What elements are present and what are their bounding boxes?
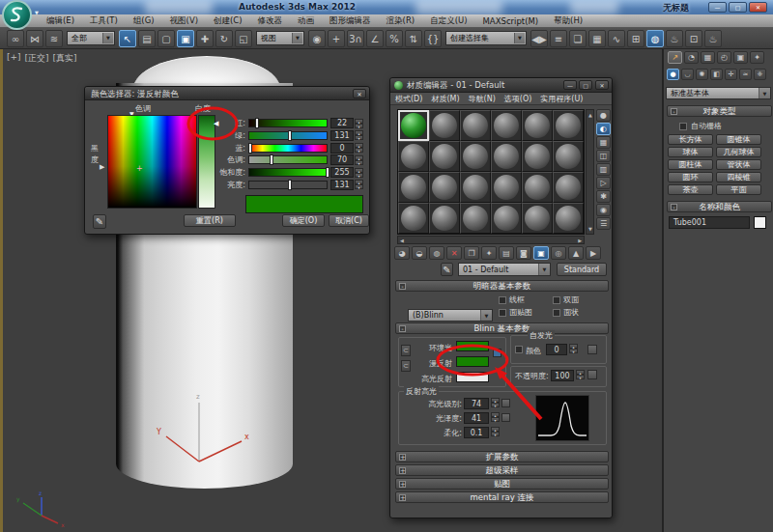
maximize-button[interactable]: ▢ [729, 2, 747, 13]
app-menu-arrow-icon[interactable]: ▼ [35, 10, 39, 15]
diffuse-specular-lock-button[interactable]: ⊂ [401, 360, 411, 372]
select-by-name-icon[interactable]: ▤ [138, 30, 156, 47]
sample-slot[interactable] [429, 110, 460, 141]
menu-item[interactable]: 图形编辑器 [322, 15, 379, 27]
schematic-view-icon[interactable]: ⊞ [627, 30, 644, 47]
collapsed-rollout-header[interactable]: +mental ray 连接 [395, 491, 609, 503]
render-production-icon[interactable]: ♨ [704, 30, 722, 47]
shader-basic-params-rollout-header[interactable]: -明暗器基本参数 [395, 280, 609, 292]
opacity-map-button[interactable] [587, 370, 597, 379]
color-selector-titlebar[interactable]: 颜色选择器: 漫反射颜色 ✕ [85, 87, 369, 100]
subtab-shapes-icon[interactable]: ◡ [681, 69, 694, 80]
object-color-swatch[interactable] [754, 216, 766, 229]
self-illum-map-button[interactable] [587, 345, 597, 354]
slider-spinner[interactable]: ▴▾ [355, 180, 363, 189]
options-icon[interactable]: ✱ [596, 190, 611, 203]
slider-bar[interactable] [248, 168, 328, 177]
slider-spinner[interactable]: ▴▾ [355, 168, 363, 178]
spinner-snap-icon[interactable]: ⇅ [405, 30, 422, 47]
material-editor-menu-item[interactable]: 导航(N) [469, 94, 496, 104]
self-illum-color-checkbox[interactable] [515, 346, 523, 353]
sample-slot[interactable] [522, 172, 553, 203]
close-button[interactable]: ✕ [749, 2, 767, 13]
make-material-copy-icon[interactable]: ❐ [464, 246, 479, 260]
sample-slot[interactable] [398, 110, 429, 141]
bind-to-space-warp-icon[interactable]: ≋ [45, 30, 63, 47]
checkbox[interactable] [553, 296, 560, 304]
select-object-icon[interactable]: ↖ [119, 30, 136, 47]
primitive-button[interactable]: 长方体 [668, 134, 713, 145]
reset-button[interactable]: 重置(R) [184, 214, 236, 227]
shader-checkbox-item[interactable]: 面贴图 [499, 306, 553, 319]
align-icon[interactable]: ≡ [550, 30, 567, 47]
select-and-link-icon[interactable]: ∞ [7, 30, 24, 47]
background-icon[interactable]: ▦ [596, 136, 611, 149]
make-preview-icon[interactable]: ▷ [596, 177, 611, 189]
name-and-color-rollout-header[interactable]: -名称和颜色 [667, 201, 772, 212]
checkbox[interactable] [499, 296, 506, 304]
use-pivot-point-icon[interactable]: ◉ [308, 30, 326, 47]
slider-marker[interactable] [271, 155, 272, 164]
specular-level-spinner[interactable]: ▴▾ [491, 398, 500, 407]
slider-bar[interactable] [248, 155, 328, 164]
material-name-dropdown[interactable]: 01 - Default [458, 263, 551, 276]
subtab-geometry-icon[interactable]: ● [667, 69, 679, 80]
self-illum-spinner[interactable]: ▴▾ [569, 344, 578, 353]
specular-color-swatch[interactable] [456, 372, 489, 382]
material-type-button[interactable]: Standard [557, 263, 607, 276]
sample-slot[interactable] [553, 110, 584, 141]
tab-motion-icon[interactable]: ◴ [717, 51, 731, 64]
select-by-material-icon[interactable]: ◉ [596, 204, 611, 216]
primitive-button[interactable]: 圆锥体 [716, 134, 761, 145]
rendered-frame-icon[interactable]: ⊡ [685, 30, 702, 47]
collapsed-rollout-header[interactable]: +贴图 [395, 478, 609, 490]
slider-marker[interactable] [289, 181, 291, 189]
sample-horizontal-scrollbar[interactable]: ◀▶ [397, 236, 585, 244]
sample-slot[interactable] [460, 110, 491, 141]
menu-item[interactable]: 创建(C) [206, 15, 250, 27]
menu-item[interactable]: 帮助(H) [546, 15, 590, 27]
sample-slot[interactable] [460, 172, 491, 203]
sample-slot[interactable] [398, 203, 429, 234]
slider-value-field[interactable]: 22 [330, 118, 354, 128]
menu-item[interactable]: MAXScript(M) [475, 16, 547, 26]
tab-display-icon[interactable]: ▣ [733, 51, 748, 64]
sample-slot[interactable] [429, 141, 460, 172]
selection-region-icon[interactable]: ▢ [157, 30, 175, 47]
specular-level-map-button[interactable] [501, 399, 510, 407]
menu-item[interactable]: 渲染(R) [379, 15, 423, 27]
soften-spinner[interactable]: ▴▾ [491, 427, 500, 436]
material-editor-menu-item[interactable]: 材质(M) [431, 94, 459, 104]
sample-slot[interactable] [460, 141, 491, 172]
sample-slot[interactable] [491, 172, 522, 203]
collapsed-rollout-header[interactable]: +扩展参数 [395, 451, 609, 462]
checkbox[interactable] [553, 309, 560, 317]
application-menu-button[interactable] [2, 0, 32, 30]
material-editor-titlebar[interactable]: 材质编辑器 - 01 - Default — ▢ ✕ [390, 78, 612, 93]
get-material-icon[interactable]: ◕ [394, 246, 410, 260]
primitive-category-dropdown[interactable]: 标准基本体 [666, 87, 771, 99]
tab-create-icon[interactable]: ↗ [668, 51, 682, 64]
menu-item[interactable]: 修改器 [250, 15, 291, 27]
glossiness-spinner[interactable]: ▴▾ [491, 412, 500, 422]
slider-bar[interactable] [248, 119, 328, 127]
menu-item[interactable]: 工具(T) [82, 15, 126, 27]
viewport-label-segment[interactable]: [+] [7, 52, 21, 65]
unlink-selection-icon[interactable]: ⋈ [26, 30, 43, 47]
diffuse-color-swatch[interactable] [456, 356, 489, 367]
sample-slot[interactable] [553, 141, 584, 172]
slider-value-field[interactable]: 131 [330, 180, 354, 190]
menu-item[interactable]: 编辑(E) [39, 15, 82, 27]
tab-hierarchy-icon[interactable]: ▦ [701, 51, 715, 64]
color-eyedropper-icon[interactable]: ✎ [93, 214, 106, 229]
sample-slot[interactable] [522, 110, 553, 141]
pick-material-eyedropper-icon[interactable]: ✎ [441, 263, 453, 276]
sample-uv-tiling-icon[interactable]: ◫ [596, 150, 611, 162]
named-selection-sets-dropdown[interactable]: 创建选择集 [445, 31, 527, 45]
primitive-button[interactable]: 四棱锥 [716, 172, 761, 182]
layer-manager-icon[interactable]: ❏ [569, 30, 587, 47]
primitive-button[interactable]: 球体 [668, 147, 713, 157]
sample-slot[interactable] [522, 141, 553, 172]
primitive-button[interactable]: 几何球体 [716, 147, 761, 157]
select-and-rotate-icon[interactable]: ↻ [215, 30, 233, 47]
